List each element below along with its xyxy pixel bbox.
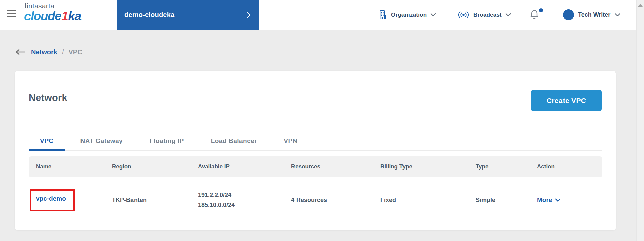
- project-selector[interactable]: demo-cloudeka: [117, 0, 259, 30]
- network-tabs: VPC NAT Gateway Floating IP Load Balance…: [29, 131, 602, 151]
- table-header-row: Name Region Available IP Resources Billi…: [29, 156, 602, 177]
- organization-label: Organization: [391, 12, 427, 18]
- breadcrumb-current: VPC: [68, 48, 82, 56]
- notification-dot: [539, 8, 543, 12]
- column-header-region: Region: [112, 163, 198, 170]
- cell-region: TKP-Banten: [112, 197, 198, 204]
- cloudeka-logo: lintasarta cloude1ka: [24, 2, 81, 22]
- available-ip-line-1: 191.2.2.0/24: [198, 190, 291, 200]
- chevron-down-icon: [614, 13, 621, 17]
- column-header-action: Action: [537, 163, 602, 170]
- column-header-name: Name: [36, 163, 112, 170]
- broadcast-menu[interactable]: Broadcast: [457, 0, 511, 30]
- project-name-label: demo-cloudeka: [124, 11, 247, 19]
- scroll-up-arrow-icon[interactable]: [638, 4, 643, 7]
- breadcrumb: Network / VPC: [15, 47, 83, 57]
- cell-resources: 4 Resources: [291, 197, 380, 204]
- tab-vpc[interactable]: VPC: [29, 131, 65, 150]
- tab-nat-gateway[interactable]: NAT Gateway: [69, 131, 135, 150]
- page-title: Network: [29, 92, 67, 103]
- broadcast-icon: [457, 11, 470, 19]
- cell-billing-type: Fixed: [380, 197, 476, 204]
- column-header-billing-type: Billing Type: [380, 163, 476, 170]
- chevron-down-icon: [430, 13, 436, 17]
- breadcrumb-separator: /: [62, 48, 64, 56]
- organization-menu[interactable]: Organization: [378, 0, 436, 30]
- chevron-right-icon: [247, 12, 251, 18]
- avatar: [563, 9, 574, 20]
- vpc-name-link[interactable]: vpc-demo: [36, 195, 66, 202]
- hamburger-menu-icon[interactable]: [7, 10, 16, 19]
- cell-type: Simple: [476, 197, 537, 204]
- notifications-button[interactable]: [529, 9, 544, 21]
- column-header-type: Type: [476, 163, 537, 170]
- tab-load-balancer[interactable]: Load Balancer: [200, 131, 268, 150]
- user-name-label: Tech Writer: [578, 11, 610, 18]
- create-vpc-button[interactable]: Create VPC: [531, 90, 602, 111]
- table-row: vpc-demo TKP-Banten 191.2.2.0/24 185.10.…: [29, 182, 602, 219]
- cell-available-ip: 191.2.2.0/24 185.10.0.0/24: [198, 190, 291, 210]
- user-menu[interactable]: Tech Writer: [563, 0, 621, 30]
- top-header: lintasarta cloude1ka demo-cloudeka Organ…: [0, 0, 636, 30]
- more-label: More: [537, 196, 552, 204]
- broadcast-label: Broadcast: [473, 12, 502, 18]
- breadcrumb-network-link[interactable]: Network: [31, 48, 57, 56]
- more-actions-button[interactable]: More: [537, 196, 602, 204]
- logo-cloudeka-text: cloude1ka: [24, 10, 81, 22]
- organization-building-icon: [378, 10, 387, 20]
- tab-floating-ip[interactable]: Floating IP: [138, 131, 196, 150]
- tab-vpn[interactable]: VPN: [272, 131, 309, 150]
- column-header-resources: Resources: [291, 163, 380, 170]
- chevron-down-icon: [555, 198, 561, 202]
- page-scrollbar[interactable]: [636, 0, 644, 241]
- back-button[interactable]: [15, 48, 26, 56]
- available-ip-line-2: 185.10.0.0/24: [198, 200, 291, 210]
- column-header-available-ip: Available IP: [198, 163, 291, 170]
- annotation-highlight-box: vpc-demo: [30, 189, 75, 211]
- logo-lintasarta-text: lintasarta: [25, 2, 81, 9]
- cell-name: vpc-demo: [36, 189, 112, 211]
- network-card: Network Create VPC VPC NAT Gateway Float…: [15, 71, 616, 230]
- chevron-down-icon: [505, 13, 511, 17]
